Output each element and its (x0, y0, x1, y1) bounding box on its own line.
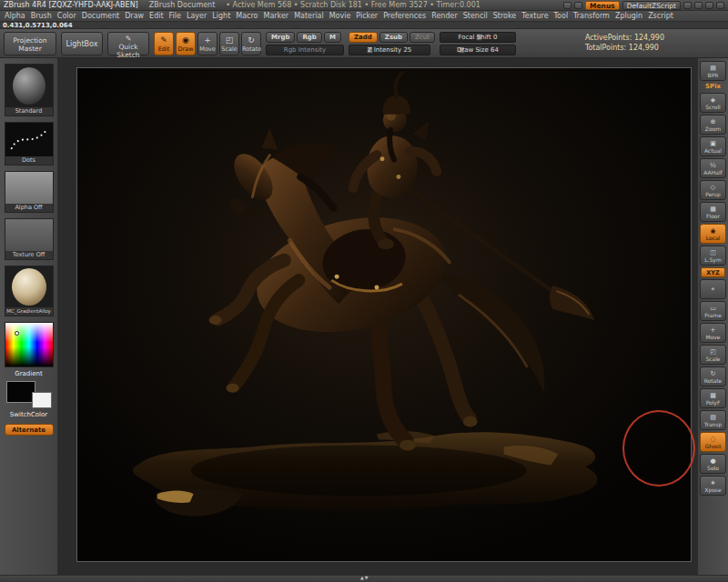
secondary-color-swatch[interactable] (32, 392, 52, 408)
actual-button[interactable]: ▣Actual (700, 136, 726, 156)
menu-draw[interactable]: Draw (122, 12, 147, 20)
polyf-icon: ▩ (710, 392, 716, 399)
window-icon-3[interactable] (705, 2, 713, 9)
menu-preferences[interactable]: Preferences (380, 12, 429, 20)
menu-movie[interactable]: Movie (327, 12, 354, 20)
xyz-button[interactable]: XYZ (701, 267, 725, 277)
rgb-intensity-slider[interactable]: Rgb Intensity (266, 45, 344, 55)
window-icon-1[interactable] (683, 2, 692, 9)
switch-color-swatches[interactable] (5, 381, 54, 408)
projection-master-button[interactable]: Projection Master (4, 32, 56, 55)
move-button[interactable]: +Move (197, 32, 217, 55)
menu-file[interactable]: File (167, 12, 184, 20)
window-icon-2[interactable] (694, 2, 703, 9)
menu-texture[interactable]: Texture (519, 12, 551, 20)
material-sphere-icon (12, 268, 46, 306)
solo-button[interactable]: ●Solo (700, 454, 726, 474)
rotate-button[interactable]: ↻Rotate (241, 32, 261, 55)
rotate-button[interactable]: ↻Rotate (700, 366, 726, 386)
frame-icon: ▭ (710, 305, 716, 312)
color-mode-row: MrgbRgbM (266, 32, 344, 43)
ghost-button[interactable]: ◌Ghost (700, 432, 726, 452)
edit-button[interactable]: ✎Edit (154, 32, 174, 55)
scale-button[interactable]: ◰Scale (219, 32, 239, 55)
sym-button[interactable]: ⌖ (700, 279, 726, 299)
menu-color[interactable]: Color (55, 12, 79, 20)
menu-zscript[interactable]: Zscript (645, 12, 676, 20)
brush-selector[interactable]: Standard (5, 64, 54, 116)
transp-icon: ▨ (710, 414, 716, 421)
zoom-button[interactable]: ⊕Zoom (700, 115, 726, 135)
menus-button[interactable]: Menus (585, 1, 620, 10)
texture-selector[interactable]: Texture Off (5, 218, 54, 260)
canvas-area[interactable] (58, 58, 697, 575)
scale-button[interactable]: ◰Scale (700, 345, 726, 365)
menu-zplugin[interactable]: Zplugin (612, 12, 645, 20)
draw-button[interactable]: ◉Draw (176, 32, 196, 55)
alternate-button[interactable]: Alternate (5, 424, 54, 436)
document-canvas[interactable] (76, 67, 692, 562)
xpose-button[interactable]: ∗Xpose (700, 476, 726, 496)
bottom-bar: ▲▼ (0, 575, 728, 582)
quick-sketch-button[interactable]: ✎ Quick Sketch (107, 32, 149, 55)
rotate-icon: ↻ (711, 370, 716, 377)
spix-label[interactable]: SPix (705, 83, 721, 91)
rgb-button[interactable]: Rgb (297, 32, 321, 43)
menu-alpha[interactable]: Alpha (2, 12, 28, 20)
document-title: ZBrush Document (149, 1, 216, 9)
lsym-button[interactable]: ◫L.Sym (700, 246, 726, 266)
color-picker[interactable] (5, 322, 54, 367)
menu-macro[interactable]: Macro (233, 12, 260, 20)
zsub-button[interactable]: Zsub (379, 32, 408, 43)
draw-size-slider[interactable]: Draw Size 64 (440, 45, 516, 55)
gradient-toggle[interactable]: Gradient (15, 370, 42, 377)
help-icon[interactable] (716, 2, 724, 9)
mrgb-button[interactable]: Mrgb (266, 32, 295, 43)
menu-render[interactable]: Render (429, 12, 460, 20)
canvas-resize-notch[interactable]: ▲▼ (360, 575, 369, 580)
m-button[interactable]: M (324, 32, 341, 43)
zadd-button[interactable]: Zadd (349, 32, 378, 43)
stroke-thumbnail-icon (5, 123, 53, 156)
menu-tool[interactable]: Tool (551, 12, 571, 20)
switch-color-button[interactable]: SwitchColor (10, 411, 47, 418)
aahalf-button[interactable]: ½AAHalf (700, 158, 726, 178)
menu-document[interactable]: Document (79, 12, 122, 20)
color-picker-cursor[interactable] (15, 331, 19, 336)
menu-picker[interactable]: Picker (353, 12, 380, 20)
frame-button[interactable]: ▭Frame (700, 301, 726, 321)
polyf-button[interactable]: ▩PolyF (700, 388, 726, 408)
menu-material[interactable]: Material (291, 12, 327, 20)
material-selector[interactable]: MC_GradientAlloy (5, 266, 54, 316)
menu-stroke[interactable]: Stroke (490, 12, 520, 20)
zcut-button[interactable]: Zcut (410, 32, 435, 43)
pencil-icon: ✎ (108, 35, 148, 43)
aahalf-icon: ½ (710, 162, 716, 169)
stroke-selector[interactable]: Dots (5, 122, 54, 166)
volume-icon[interactable] (563, 2, 571, 9)
z-intensity-slider[interactable]: Z Intensity 25 (349, 45, 430, 55)
move-icon: + (711, 326, 716, 334)
menu-layer[interactable]: Layer (184, 12, 209, 20)
brush-thumbnail-icon (13, 67, 46, 105)
menu-light[interactable]: Light (209, 12, 233, 20)
menu-marker[interactable]: Marker (260, 12, 291, 20)
scroll-button[interactable]: ◈Scroll (700, 93, 726, 113)
default-zscript-button[interactable]: DefaultZScript (622, 1, 681, 10)
menu-transform[interactable]: Transform (571, 12, 612, 20)
lightbox-button[interactable]: LightBox (61, 32, 103, 55)
floor-icon: ▦ (710, 206, 716, 213)
persp-button[interactable]: ◇Persp (700, 180, 726, 200)
floor-button[interactable]: ▦Floor (700, 202, 726, 222)
bpr-button[interactable]: ▤BPR (700, 61, 726, 81)
tracking-icon[interactable] (574, 2, 582, 9)
focal-shift-slider[interactable]: Focal Shift 0 (440, 32, 516, 43)
alpha-selector[interactable]: Alpha Off (5, 171, 54, 213)
menu-bar: AlphaBrushColorDocumentDrawEditFileLayer… (0, 11, 728, 22)
move-button[interactable]: +Move (700, 323, 726, 343)
local-button[interactable]: ◉Local (700, 224, 726, 244)
transp-button[interactable]: ▨Transp (700, 410, 726, 430)
menu-edit[interactable]: Edit (147, 12, 167, 20)
menu-brush[interactable]: Brush (28, 12, 55, 20)
menu-stencil[interactable]: Stencil (460, 12, 490, 20)
